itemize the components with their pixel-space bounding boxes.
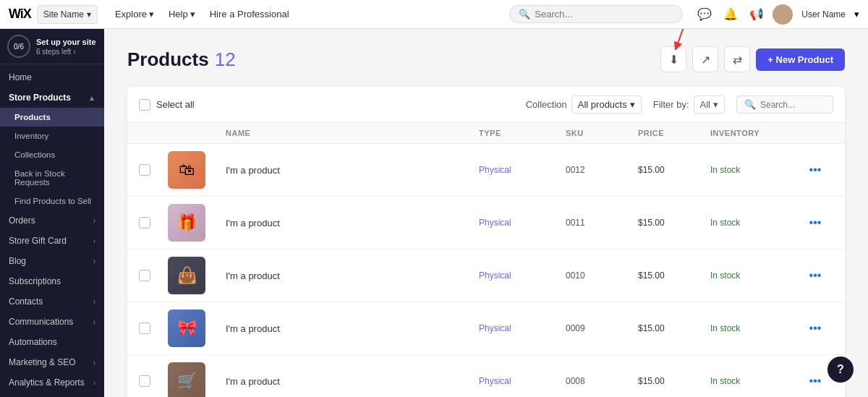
top-search-input[interactable] <box>535 9 673 20</box>
product-inventory-2: In stock <box>710 218 797 228</box>
page-title: Products 12 <box>127 48 236 71</box>
product-inventory-5: In stock <box>710 376 797 386</box>
export-icon-btn[interactable]: ↗ <box>692 46 718 72</box>
sidebar-item-marketing-seo[interactable]: Marketing & SEO › <box>0 352 104 372</box>
row-checkbox-5[interactable] <box>139 375 150 387</box>
sidebar-item-home[interactable]: Home <box>0 67 104 87</box>
product-type-2: Physical <box>479 218 566 228</box>
table-header: NAME TYPE SKU PRICE INVENTORY <box>127 123 845 144</box>
megaphone-icon-btn[interactable]: 📢 <box>746 4 767 25</box>
col-header-sku: SKU <box>566 129 638 137</box>
sidebar-item-products[interactable]: Products <box>0 108 104 127</box>
shuffle-icon: ⇄ <box>733 53 742 67</box>
sidebar-item-collections[interactable]: Collections <box>0 145 104 164</box>
setup-title: Set up your site <box>36 37 96 48</box>
sidebar-item-back-in-stock[interactable]: Back in Stock Requests <box>0 164 104 192</box>
product-name-5[interactable]: I'm a product <box>226 376 479 387</box>
hire-professional-link[interactable]: Hire a Professional <box>204 6 295 22</box>
header-actions: ⬇ ↗ ⇄ + New Product <box>660 46 845 72</box>
product-inventory-1: In stock <box>710 165 797 175</box>
setup-progress-circle: 0/6 <box>7 35 30 58</box>
bell-icon-btn[interactable]: 🔔 <box>720 4 741 25</box>
product-price-3: $15.00 <box>638 270 710 281</box>
sidebar-item-blog[interactable]: Blog › <box>0 251 104 271</box>
chevron-right-icon: › <box>93 217 95 225</box>
sidebar-item-communications[interactable]: Communications › <box>0 312 104 332</box>
explore-nav-link[interactable]: Explore ▾ <box>109 6 160 22</box>
main-content: Products 12 ⬇ ↗ <box>104 29 868 397</box>
row-checkbox-4[interactable] <box>139 323 150 334</box>
table-search-input[interactable] <box>760 100 825 110</box>
user-avatar[interactable] <box>773 4 793 25</box>
sidebar-item-store-gift-card[interactable]: Store Gift Card › <box>0 231 104 251</box>
chat-icon-btn[interactable]: 💬 <box>694 4 715 25</box>
product-sku-4: 0009 <box>566 323 638 333</box>
chevron-down-icon: ▾ <box>630 99 635 110</box>
table-row: 🎁 I'm a product Physical 0011 $15.00 In … <box>127 197 845 249</box>
table-row: 👜 I'm a product Physical 0010 $15.00 In … <box>127 249 845 302</box>
chevron-down-icon-2: ▾ <box>713 99 718 110</box>
more-options-icon-btn[interactable]: ⇄ <box>724 46 750 72</box>
sidebar-item-analytics-reports[interactable]: Analytics & Reports › <box>0 372 104 393</box>
top-search-bar[interactable]: 🔍 <box>509 5 683 23</box>
svg-line-1 <box>677 29 684 46</box>
product-price-1: $15.00 <box>638 165 710 175</box>
collection-dropdown[interactable]: All products ▾ <box>571 95 642 114</box>
row-checkbox-3[interactable] <box>139 270 150 281</box>
sidebar-item-automations[interactable]: Automations <box>0 332 104 352</box>
product-price-4: $15.00 <box>638 323 710 333</box>
user-name[interactable]: User Name <box>799 9 848 20</box>
product-sku-1: 0012 <box>566 165 638 175</box>
help-fab-button[interactable]: ? <box>827 357 854 383</box>
arrow-indicator <box>666 29 695 54</box>
sidebar-item-store-products[interactable]: Store Products ▲ <box>0 87 104 108</box>
table-row: 🛍 I'm a product Physical 0012 $15.00 In … <box>127 144 845 197</box>
sidebar-item-find-products[interactable]: Find Products to Sell <box>0 192 104 210</box>
sidebar-item-orders[interactable]: Orders › <box>0 210 104 231</box>
product-name-1[interactable]: I'm a product <box>226 165 479 176</box>
row-more-btn-2[interactable]: ••• <box>797 216 833 229</box>
filter-by-area: Filter by: All ▾ <box>653 95 725 114</box>
chevron-right-icon-5: › <box>93 318 95 326</box>
product-name-2[interactable]: I'm a product <box>226 218 479 229</box>
product-name-3[interactable]: I'm a product <box>226 270 479 281</box>
row-more-btn-1[interactable]: ••• <box>797 163 833 176</box>
product-thumbnail-3: 👜 <box>168 257 205 294</box>
table-toolbar: Select all Collection All products ▾ Fil… <box>127 87 845 123</box>
page-header: Products 12 ⬇ ↗ <box>127 46 845 72</box>
product-inventory-3: In stock <box>710 270 797 281</box>
select-all-area: Select all <box>139 99 195 111</box>
site-name-button[interactable]: Site Name ▾ <box>37 5 98 24</box>
nav-icons: 💬 🔔 📢 User Name ▾ <box>694 4 859 25</box>
help-nav-link[interactable]: Help ▾ <box>163 6 201 22</box>
chevron-right-icon-7: › <box>93 379 95 387</box>
select-all-checkbox[interactable] <box>139 99 150 111</box>
row-checkbox-2[interactable] <box>139 217 150 229</box>
import-icon: ⬇ <box>669 53 678 67</box>
nav-links: Explore ▾ Help ▾ Hire a Professional <box>109 6 295 22</box>
col-header-name: NAME <box>226 129 479 137</box>
new-product-button[interactable]: + New Product <box>756 48 845 71</box>
select-all-label[interactable]: Select all <box>156 99 195 110</box>
row-checkbox-1[interactable] <box>139 164 150 176</box>
product-type-3: Physical <box>479 270 566 281</box>
row-more-btn-3[interactable]: ••• <box>797 269 833 282</box>
sidebar: 0/6 Set up your site 6 steps left › Home… <box>0 29 104 397</box>
col-header-type: TYPE <box>479 129 566 137</box>
table-row: 🎀 I'm a product Physical 0009 $15.00 In … <box>127 302 845 355</box>
table-search[interactable]: 🔍 <box>736 95 833 114</box>
filter-all-dropdown[interactable]: All ▾ <box>694 95 725 114</box>
row-more-btn-5[interactable]: ••• <box>797 375 833 388</box>
product-thumbnail-5: 🛒 <box>168 362 205 397</box>
row-more-btn-4[interactable]: ••• <box>797 322 833 335</box>
product-sku-2: 0011 <box>566 218 638 228</box>
sidebar-item-subscriptions[interactable]: Subscriptions <box>0 271 104 291</box>
col-header-price: PRICE <box>638 129 710 137</box>
sidebar-item-inventory[interactable]: Inventory <box>0 127 104 145</box>
product-name-4[interactable]: I'm a product <box>226 323 479 334</box>
sidebar-item-contacts[interactable]: Contacts › <box>0 291 104 312</box>
top-navigation: WiX Site Name ▾ Explore ▾ Help ▾ Hire a … <box>0 0 868 29</box>
setup-steps-link[interactable]: 6 steps left › <box>36 48 96 56</box>
sidebar-item-finances[interactable]: Finances › <box>0 393 104 397</box>
products-table-container: Select all Collection All products ▾ Fil… <box>127 87 845 397</box>
